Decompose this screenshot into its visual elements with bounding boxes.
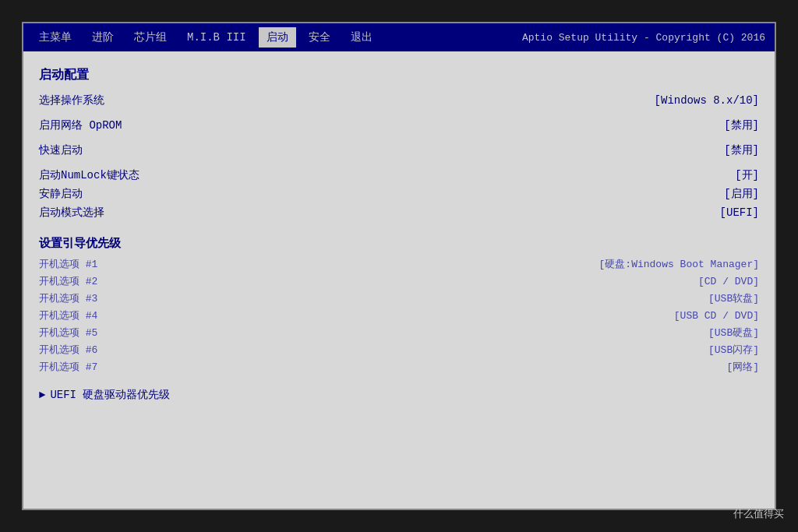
menu-item-main[interactable]: 主菜单 (31, 27, 79, 48)
boot-option-value-4: [USB CD / DVD] (674, 310, 759, 322)
content-area: 启动配置 选择操作系统 [Windows 8.x/10] 启用网络 OpROM … (23, 51, 775, 509)
uefi-label: UEFI 硬盘驱动器优先级 (50, 388, 170, 402)
menu-bar-title: Aptio Setup Utility - Copyright (C) 2016 (522, 32, 765, 44)
setting-row-os: 选择操作系统 [Windows 8.x/10] (39, 91, 759, 110)
setting-value-bootmode: [UEFI] (720, 206, 759, 219)
setting-label-quiet: 安静启动 (39, 187, 83, 201)
menu-item-mib[interactable]: M.I.B III (179, 28, 254, 47)
watermark: 什么值得买 (733, 507, 784, 521)
setting-row-network: 启用网络 OpROM [禁用] (39, 116, 759, 135)
boot-option-value-7: [网络] (726, 360, 759, 374)
boot-option-3: 开机选项 #3 [USB软盘] (39, 290, 759, 307)
setting-value-os: [Windows 8.x/10] (655, 94, 759, 107)
boot-priority-title: 设置引导优先级 (39, 236, 759, 251)
setting-value-quiet: [启用] (724, 187, 759, 201)
menu-bar: 主菜单 进阶 芯片组 M.I.B III 启动 安全 退出 Aptio Setu… (23, 23, 775, 51)
boot-option-label-4: 开机选项 #4 (39, 308, 97, 322)
menu-item-chipset[interactable]: 芯片组 (126, 27, 175, 48)
boot-option-label-6: 开机选项 #6 (39, 343, 97, 357)
setting-row-fastboot: 快速启动 [禁用] (39, 141, 759, 160)
setting-value-numlock: [开] (735, 168, 759, 182)
boot-option-value-2: [CD / DVD] (698, 276, 759, 287)
setting-label-numlock: 启动NumLock键状态 (39, 168, 139, 182)
menu-items: 主菜单 进阶 芯片组 M.I.B III 启动 安全 退出 (31, 27, 380, 48)
boot-option-5: 开机选项 #5 [USB硬盘] (39, 324, 759, 341)
boot-config-title: 启动配置 (39, 67, 759, 83)
triangle-icon: ► (39, 389, 45, 401)
setting-label-network: 启用网络 OpROM (39, 118, 122, 132)
setting-label-bootmode: 启动模式选择 (39, 206, 104, 220)
boot-option-label-7: 开机选项 #7 (39, 360, 97, 374)
menu-item-security[interactable]: 安全 (301, 27, 338, 48)
setting-label-os: 选择操作系统 (39, 93, 104, 107)
boot-option-value-6: [USB闪存] (708, 343, 759, 357)
boot-option-1: 开机选项 #1 [硬盘:Windows Boot Manager] (39, 255, 759, 273)
setting-row-numlock: 启动NumLock键状态 [开] (39, 166, 759, 185)
setting-value-network: [禁用] (724, 118, 759, 132)
boot-option-6: 开机选项 #6 [USB闪存] (39, 341, 759, 358)
boot-option-2: 开机选项 #2 [CD / DVD] (39, 273, 759, 290)
setting-row-bootmode: 启动模式选择 [UEFI] (39, 203, 759, 222)
boot-option-7: 开机选项 #7 [网络] (39, 358, 759, 375)
boot-option-value-3: [USB软盘] (708, 291, 759, 305)
boot-option-4: 开机选项 #4 [USB CD / DVD] (39, 307, 759, 324)
setting-label-fastboot: 快速启动 (39, 143, 83, 157)
boot-option-value-1: [硬盘:Windows Boot Manager] (599, 257, 759, 271)
boot-option-label-5: 开机选项 #5 (39, 326, 97, 340)
boot-option-label-2: 开机选项 #2 (39, 274, 97, 288)
setting-value-fastboot: [禁用] (724, 143, 759, 157)
bios-screen: 主菜单 进阶 芯片组 M.I.B III 启动 安全 退出 Aptio Setu… (22, 22, 776, 510)
setting-row-quiet: 安静启动 [启用] (39, 185, 759, 203)
uefi-row[interactable]: ► UEFI 硬盘驱动器优先级 (39, 388, 759, 402)
boot-option-label-3: 开机选项 #3 (39, 291, 97, 305)
menu-item-advanced[interactable]: 进阶 (84, 27, 122, 48)
menu-item-exit[interactable]: 退出 (343, 27, 380, 48)
menu-item-boot[interactable]: 启动 (259, 27, 296, 48)
boot-option-label-1: 开机选项 #1 (39, 257, 97, 271)
boot-option-value-5: [USB硬盘] (708, 326, 759, 340)
